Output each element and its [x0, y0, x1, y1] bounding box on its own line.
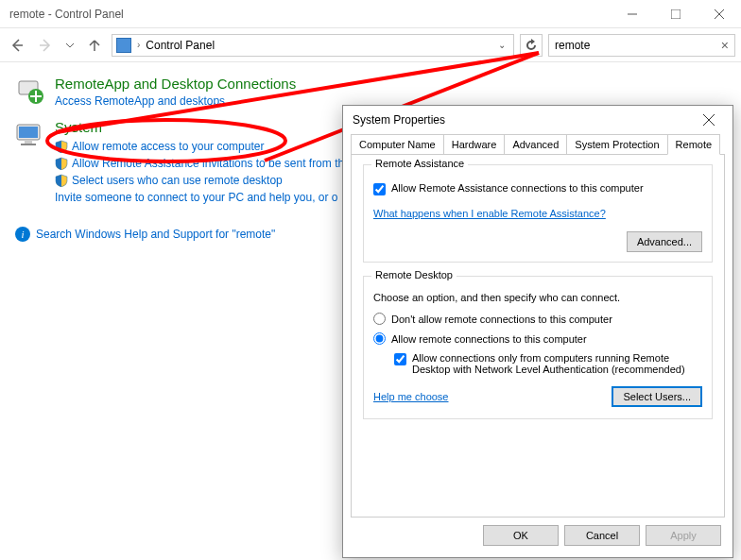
close-button[interactable] — [698, 0, 741, 28]
window-controls — [611, 0, 741, 28]
remoteapp-heading-link[interactable]: RemoteApp and Desktop Connections — [55, 76, 296, 92]
refresh-icon — [525, 39, 538, 52]
result-remoteapp: RemoteApp and Desktop Connections Access… — [15, 76, 726, 108]
navigation-bar: › Control Panel ⌄ × — [0, 28, 741, 62]
nla-checkbox[interactable] — [394, 353, 406, 365]
allow-remote-assistance-checkbox[interactable] — [373, 183, 386, 195]
search-input[interactable] — [555, 39, 721, 52]
help-me-choose-link[interactable]: Help me choose — [373, 391, 449, 402]
radio-allow-label: Allow remote connections to this compute… — [391, 333, 587, 345]
tab-strip: Computer Name Hardware Advanced System P… — [343, 134, 732, 155]
tab-computer-name[interactable]: Computer Name — [351, 134, 444, 155]
window-titlebar: remote - Control Panel — [0, 0, 741, 28]
svg-rect-11 — [21, 144, 36, 145]
nla-label: Allow connections only from computers ru… — [412, 352, 702, 375]
address-dropdown-icon[interactable]: ⌄ — [494, 40, 509, 50]
remote-assistance-help-link[interactable]: What happens when I enable Remote Assist… — [373, 208, 606, 219]
radio-dont-allow[interactable] — [373, 313, 386, 325]
svg-rect-1 — [671, 9, 681, 19]
system-heading-link[interactable]: System — [55, 119, 102, 135]
remote-assistance-advanced-button[interactable]: Advanced... — [627, 231, 702, 252]
svg-rect-10 — [25, 140, 32, 144]
remote-desktop-desc: Choose an option, and then specify who c… — [373, 292, 702, 303]
ok-button[interactable]: OK — [483, 525, 559, 546]
minimize-icon — [628, 9, 637, 19]
recent-locations-button[interactable] — [62, 34, 78, 57]
allow-remote-assistance-row[interactable]: Allow Remote Assistance connections to t… — [373, 182, 702, 195]
cancel-button[interactable]: Cancel — [564, 525, 640, 546]
forward-button[interactable] — [34, 34, 57, 57]
system-icon — [15, 119, 45, 149]
dialog-close-button[interactable] — [695, 106, 723, 134]
back-arrow-icon — [9, 38, 25, 53]
nla-checkbox-row[interactable]: Allow connections only from computers ru… — [394, 352, 702, 375]
radio-allow-row[interactable]: Allow remote connections to this compute… — [373, 332, 702, 345]
info-icon: i — [15, 227, 30, 242]
shield-icon — [55, 157, 68, 170]
tab-hardware[interactable]: Hardware — [443, 134, 506, 155]
address-bar[interactable]: › Control Panel ⌄ — [112, 34, 514, 57]
dialog-title-text: System Properties — [353, 113, 445, 127]
svg-rect-9 — [19, 127, 38, 138]
dialog-button-row: OK Cancel Apply — [343, 525, 732, 557]
back-button[interactable] — [6, 34, 28, 57]
window-title: remote - Control Panel — [9, 8, 124, 21]
apply-button[interactable]: Apply — [646, 525, 721, 546]
select-users-button[interactable]: Select Users... — [612, 386, 702, 407]
tab-system-protection[interactable]: System Protection — [566, 134, 667, 155]
chevron-down-icon — [65, 41, 75, 50]
search-clear-icon[interactable]: × — [721, 38, 729, 53]
forward-arrow-icon — [38, 38, 53, 53]
remoteapp-icon — [15, 76, 45, 106]
tab-advanced[interactable]: Advanced — [504, 134, 567, 155]
system-link-select-users[interactable]: Select users who can use remote desktop — [72, 174, 283, 187]
allow-remote-assistance-label: Allow Remote Assistance connections to t… — [391, 182, 644, 194]
shield-icon — [55, 174, 68, 187]
maximize-icon — [671, 9, 681, 19]
close-icon — [703, 114, 715, 126]
dialog-titlebar: System Properties — [343, 106, 732, 134]
shield-icon — [55, 140, 68, 153]
address-text: Control Panel — [146, 39, 215, 52]
radio-allow[interactable] — [373, 332, 386, 345]
search-box[interactable]: × — [548, 34, 735, 57]
up-arrow-icon — [87, 38, 102, 53]
radio-dont-allow-row[interactable]: Don't allow remote connections to this c… — [373, 313, 702, 325]
chevron-right-icon: › — [137, 40, 140, 50]
system-link-allow-remote[interactable]: Allow remote access to your computer — [72, 140, 264, 153]
help-search-link[interactable]: Search Windows Help and Support for "rem… — [36, 228, 275, 241]
up-button[interactable] — [83, 34, 106, 57]
control-panel-icon — [116, 38, 131, 53]
remote-desktop-legend: Remote Desktop — [371, 269, 457, 280]
minimize-button[interactable] — [611, 0, 654, 28]
system-link-remote-assistance[interactable]: Allow Remote Assistance invitations to b… — [72, 157, 344, 170]
radio-dont-allow-label: Don't allow remote connections to this c… — [391, 314, 612, 325]
remote-assistance-group: Remote Assistance Allow Remote Assistanc… — [363, 164, 713, 263]
refresh-button[interactable] — [520, 34, 543, 57]
system-properties-dialog: System Properties Computer Name Hardware… — [342, 105, 733, 558]
close-icon — [715, 9, 724, 19]
system-link-invite[interactable]: Invite someone to connect to your PC and… — [55, 191, 338, 204]
tab-remote[interactable]: Remote — [667, 134, 721, 155]
remote-desktop-group: Remote Desktop Choose an option, and the… — [363, 276, 713, 419]
maximize-button[interactable] — [654, 0, 698, 28]
dialog-body: Remote Assistance Allow Remote Assistanc… — [351, 154, 725, 518]
remote-assistance-legend: Remote Assistance — [371, 158, 468, 169]
